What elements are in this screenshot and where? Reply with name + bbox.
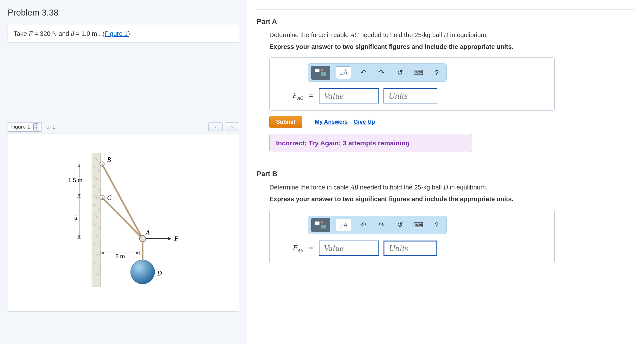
equals-sign: = [309, 244, 313, 252]
part-a-cable: AC [351, 31, 359, 38]
part-a-units-input[interactable] [383, 88, 437, 103]
label-D: D [157, 270, 162, 277]
part-b-units-input[interactable] [383, 241, 437, 256]
svg-marker-32 [101, 252, 104, 254]
part-a-title: Part A [257, 17, 634, 26]
problem-title: Problem 3.38 [8, 8, 239, 18]
part-b-ball: D [443, 184, 448, 191]
undo-icon[interactable]: ↶ [357, 219, 370, 231]
part-a-answer-box: µÅ ↶ ↷ ↺ ⌨ ? FAC = [269, 57, 555, 111]
undo-icon[interactable]: ↶ [357, 66, 370, 79]
svg-point-22 [131, 260, 155, 284]
svg-line-16 [102, 164, 143, 239]
figure-svg: 1.5 m d 2 m B C A F D [57, 147, 190, 299]
period-text: . ( [97, 30, 105, 37]
part-a-instruction: Express your answer to two significant f… [269, 43, 634, 50]
part-b-variable: FAB [277, 243, 303, 253]
part-a-toolbar: µÅ ↶ ↷ ↺ ⌨ ? [308, 63, 447, 82]
svg-marker-27 [78, 194, 80, 197]
part-b-value-input[interactable] [319, 241, 379, 256]
part-a-ball: D [444, 31, 448, 38]
label-B: B [107, 156, 111, 163]
svg-marker-30 [78, 235, 80, 239]
svg-marker-20 [168, 237, 171, 241]
svg-rect-39 [315, 222, 319, 225]
part-b-answer-box: µÅ ↶ ↷ ↺ ⌨ ? FAB = [269, 210, 555, 263]
svg-rect-41 [321, 225, 326, 228]
part-b-prompt-pre: Determine the force in cable [269, 184, 351, 191]
redo-icon[interactable]: ↷ [375, 66, 388, 79]
give-up-link[interactable]: Give Up [353, 119, 375, 125]
close-paren: ) [128, 30, 130, 37]
part-b-prompt: Determine the force in cable AB needed t… [269, 184, 634, 191]
part-b-prompt-mid: needed to hold the 25-kg ball [358, 184, 443, 191]
label-1.5m: 1.5 m [68, 177, 82, 183]
problem-statement-box: Take F = 320 N and d = 1.0 m . (Figure 1… [8, 25, 239, 43]
part-a-prompt-post: in equlibrium. [448, 31, 488, 38]
keyboard-icon[interactable]: ⌨ [412, 219, 425, 231]
equals-sign: = [309, 92, 313, 100]
var-F: F [29, 30, 33, 37]
svg-rect-38 [321, 72, 326, 76]
label-d: d [74, 215, 78, 221]
F-value: = 320 N [33, 30, 57, 37]
and-text: and [57, 30, 71, 37]
part-a-prompt-mid: needed to hold the 25-kg ball [358, 31, 444, 38]
figure-of-label: of 1 [46, 124, 55, 130]
var-d: d [71, 30, 74, 37]
svg-rect-0 [92, 153, 101, 286]
figure-prev-button[interactable]: ‹ [208, 122, 223, 131]
svg-marker-33 [136, 252, 139, 254]
label-F: F [174, 235, 179, 242]
part-a-variable: FAC [277, 91, 303, 101]
help-icon[interactable]: ? [430, 66, 443, 79]
statement-text: Take [14, 30, 29, 37]
part-b-prompt-post: in equlibrium. [448, 184, 488, 191]
label-C: C [107, 194, 112, 201]
templates-icon[interactable] [311, 66, 330, 80]
units-button[interactable]: µÅ [336, 66, 351, 79]
figure-selector[interactable]: Figure 1 ▲▼ [8, 122, 42, 132]
keyboard-icon[interactable]: ⌨ [412, 66, 425, 79]
part-b-toolbar: µÅ ↶ ↷ ↺ ⌨ ? [308, 216, 447, 234]
part-b-instruction: Express your answer to two significant f… [269, 195, 634, 203]
reset-icon[interactable]: ↺ [394, 66, 406, 79]
svg-rect-37 [321, 69, 323, 71]
redo-icon[interactable]: ↷ [375, 219, 388, 231]
svg-rect-40 [321, 221, 323, 223]
part-a-prompt-pre: Determine the force in cable [269, 31, 351, 38]
part-a-value-input[interactable] [319, 88, 379, 103]
figure-controls: Figure 1 ▲▼ of 1 ‹ › [8, 122, 239, 134]
figure-selector-label: Figure 1 [10, 124, 30, 130]
svg-point-18 [139, 235, 146, 242]
part-a-submit-button[interactable]: Submit [269, 116, 302, 128]
my-answers-link[interactable]: My Answers [315, 119, 348, 125]
part-a-feedback: Incorrect; Try Again; 3 attempts remaini… [269, 134, 472, 152]
units-button[interactable]: µÅ [336, 219, 351, 231]
svg-line-17 [102, 197, 143, 239]
part-b-title: Part B [257, 170, 634, 178]
label-2m: 2 m [115, 253, 125, 260]
figure-canvas: 1.5 m d 2 m B C A F D [8, 134, 239, 312]
label-A: A [145, 229, 150, 236]
svg-marker-26 [78, 164, 80, 167]
figure-link[interactable]: Figure 1 [105, 30, 128, 37]
reset-icon[interactable]: ↺ [394, 219, 406, 231]
svg-rect-36 [315, 69, 319, 72]
part-a-prompt: Determine the force in cable AC needed t… [269, 31, 634, 39]
d-value: = 1.0 m [74, 30, 97, 37]
templates-icon[interactable] [311, 218, 330, 232]
figure-next-button[interactable]: › [225, 122, 239, 131]
help-icon[interactable]: ? [430, 219, 443, 231]
updown-icon[interactable]: ▲▼ [33, 123, 39, 130]
part-b-cable: AB [351, 184, 358, 191]
